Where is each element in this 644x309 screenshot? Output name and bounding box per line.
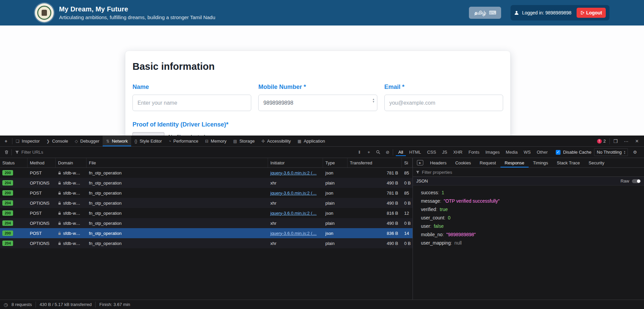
detail-tab[interactable]: Security bbox=[584, 158, 609, 167]
network-request-row[interactable]: 200 POST sfdb-w… fn_otp_operation jquery… bbox=[0, 208, 413, 218]
request-initiator[interactable]: xhr bbox=[268, 221, 323, 226]
user-icon bbox=[514, 10, 519, 15]
name-input[interactable] bbox=[132, 95, 251, 111]
request-filter-pill[interactable]: XHR bbox=[450, 148, 465, 156]
devtools-tool-tab[interactable]: ❏ Inspector bbox=[12, 136, 43, 146]
debugger-icon: ◇ bbox=[75, 139, 78, 144]
detail-tab[interactable]: Response bbox=[500, 158, 529, 167]
disable-cache-checkbox[interactable]: ✓ bbox=[556, 150, 560, 155]
performance-analysis-icon[interactable]: ◷ bbox=[4, 302, 8, 307]
detail-tab[interactable]: Timings bbox=[529, 158, 552, 167]
detail-tab[interactable]: Headers bbox=[426, 158, 451, 167]
request-filter-pill[interactable]: CSS bbox=[424, 148, 439, 156]
network-request-row[interactable]: 200 POST sfdb-w… fn_otp_operation jquery… bbox=[0, 228, 413, 238]
site-subtitle: Articulating ambitions, fulfilling dream… bbox=[59, 14, 215, 20]
request-filter-pill[interactable]: Images bbox=[483, 148, 502, 156]
domain-text: sfdb-w… bbox=[63, 170, 80, 175]
devtools-menu-icon[interactable]: ⋯ bbox=[621, 136, 631, 146]
network-request-row[interactable]: 204 OPTIONS sfdb-w… fn_otp_operation xhr… bbox=[0, 238, 413, 248]
page-body: Basic information Name Mobile Number * ▴… bbox=[0, 25, 644, 136]
request-filter-pill[interactable]: HTML bbox=[407, 148, 424, 156]
pick-element-icon[interactable]: ⌖ bbox=[0, 136, 12, 146]
request-initiator[interactable]: xhr bbox=[268, 181, 323, 186]
devtools-tool-tab[interactable]: ❯ Console bbox=[43, 136, 71, 146]
search-icon[interactable] bbox=[374, 148, 383, 156]
mobile-input[interactable] bbox=[258, 95, 377, 111]
json-property-row[interactable]: user_mapping null bbox=[413, 239, 644, 247]
devtools-tool-tab[interactable]: ▦ Application bbox=[294, 136, 328, 146]
request-initiator[interactable]: xhr bbox=[268, 201, 323, 206]
request-filter-pill[interactable]: All bbox=[396, 148, 406, 156]
request-filter-pill[interactable]: JS bbox=[439, 148, 450, 156]
column-header[interactable]: Initiator bbox=[268, 158, 323, 167]
column-header[interactable]: Domain bbox=[56, 158, 87, 167]
error-count-badge[interactable]: ! 2 bbox=[594, 139, 609, 144]
pause-recording-icon[interactable]: ‖ bbox=[355, 148, 364, 156]
devtools-tool-tab[interactable]: ◔ Performance bbox=[165, 136, 202, 146]
column-header[interactable]: File bbox=[87, 158, 268, 167]
property-value: 1 bbox=[441, 190, 444, 195]
json-property-row[interactable]: message "OTP verified successfully" bbox=[413, 197, 644, 205]
request-initiator[interactable]: jquery-3.6.0.min.js:2 (… bbox=[268, 211, 323, 216]
request-initiator[interactable]: jquery-3.6.0.min.js:2 (… bbox=[268, 191, 323, 196]
detail-tab[interactable]: Request bbox=[475, 158, 500, 167]
email-input[interactable] bbox=[384, 95, 503, 111]
detail-tab[interactable]: Stack Trace bbox=[552, 158, 584, 167]
devtools-toolbox-bar: ⌖ ❏ Inspector ❯ Console ◇ Debugger bbox=[0, 136, 644, 147]
devtools-tool-tab[interactable]: ⊟ Memory bbox=[202, 136, 230, 146]
spinner-down-icon[interactable]: ▾ bbox=[373, 100, 374, 103]
language-toggle-button[interactable]: தமிழ் ⌨ bbox=[469, 7, 501, 19]
memory-icon: ⊟ bbox=[205, 139, 208, 144]
request-initiator[interactable]: jquery-3.6.0.min.js:2 (… bbox=[268, 231, 323, 236]
new-request-icon[interactable]: + bbox=[365, 148, 373, 156]
network-request-row[interactable]: 204 OPTIONS sfdb-w… fn_otp_operation xhr… bbox=[0, 218, 413, 228]
request-transferred: 816 B bbox=[347, 211, 402, 216]
browse-file-button[interactable]: Browse… bbox=[132, 132, 164, 136]
column-header[interactable]: Type bbox=[323, 158, 347, 167]
network-settings-gear-icon[interactable]: ⚙ bbox=[631, 148, 639, 156]
number-spinner[interactable]: ▴ ▾ bbox=[373, 98, 374, 103]
domain-text: sfdb-w… bbox=[63, 201, 80, 206]
request-initiator[interactable]: xhr bbox=[268, 241, 323, 246]
json-property-row[interactable]: success 1 bbox=[413, 188, 644, 197]
json-property-row[interactable]: mobile_no "9898989898" bbox=[413, 230, 644, 239]
column-header[interactable]: Status bbox=[0, 158, 28, 167]
detail-tab[interactable]: Cookies bbox=[451, 158, 475, 167]
request-filter-pill[interactable]: WS bbox=[521, 148, 533, 156]
devtools-tool-tab[interactable]: ▤ Storage bbox=[230, 136, 258, 146]
clear-requests-icon[interactable] bbox=[2, 148, 11, 156]
close-devtools-icon[interactable]: × bbox=[632, 136, 642, 146]
request-initiator[interactable]: jquery-3.6.0.min.js:2 (… bbox=[268, 170, 323, 175]
column-header[interactable]: Si bbox=[402, 158, 413, 167]
raw-toggle-switch[interactable] bbox=[632, 179, 641, 183]
throttling-select[interactable]: No Throttling ▴▾ bbox=[594, 148, 628, 156]
devtools-tool-tab[interactable]: {} Style Editor bbox=[131, 136, 165, 146]
json-property-row[interactable]: user_count 0 bbox=[413, 213, 644, 222]
network-request-row[interactable]: 200 POST sfdb-w… fn_otp_operation jquery… bbox=[0, 188, 413, 198]
request-type: json bbox=[323, 211, 347, 216]
request-method: POST bbox=[28, 211, 56, 216]
json-property-row[interactable]: verified true bbox=[413, 205, 644, 213]
filter-properties-input[interactable] bbox=[422, 170, 641, 175]
block-request-icon[interactable]: ⊘ bbox=[383, 148, 392, 156]
network-request-row[interactable]: 200 POST sfdb-w… fn_otp_operation jquery… bbox=[0, 168, 413, 178]
request-filter-pill[interactable]: Fonts bbox=[466, 148, 482, 156]
responsive-design-icon[interactable]: ❒ bbox=[610, 136, 621, 146]
keyboard-icon: ⌨ bbox=[489, 10, 496, 16]
network-request-row[interactable]: 204 OPTIONS sfdb-w… fn_otp_operation xhr… bbox=[0, 198, 413, 208]
column-header[interactable]: Transferred bbox=[347, 158, 402, 167]
column-header[interactable]: Method bbox=[28, 158, 56, 167]
request-type: json bbox=[323, 170, 347, 175]
request-domain: sfdb-w… bbox=[56, 170, 87, 175]
request-filter-pill[interactable]: Other bbox=[534, 148, 550, 156]
filter-funnel-icon bbox=[15, 150, 19, 154]
request-filter-pill[interactable]: Media bbox=[503, 148, 520, 156]
logout-button[interactable]: Logout bbox=[577, 8, 606, 18]
json-property-row[interactable]: user false bbox=[413, 222, 644, 230]
preview-play-icon[interactable]: ▶ bbox=[417, 160, 423, 165]
devtools-tool-tab[interactable]: ⇅ Network bbox=[103, 136, 131, 146]
devtools-tool-tab[interactable]: ✣ Accessibility bbox=[258, 136, 294, 146]
network-request-row[interactable]: 204 OPTIONS sfdb-w… fn_otp_operation xhr… bbox=[0, 178, 413, 188]
filter-urls-input[interactable] bbox=[21, 150, 355, 155]
devtools-tool-tab[interactable]: ◇ Debugger bbox=[71, 136, 103, 146]
